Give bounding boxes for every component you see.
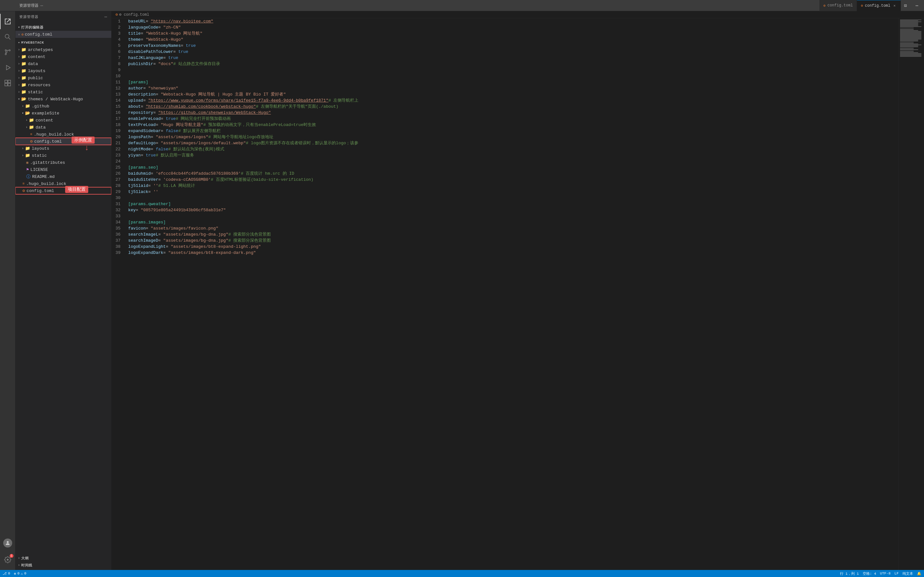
more-actions-icon[interactable]: ⋯ <box>913 1 921 10</box>
tab-icon-active: ⚙ <box>861 3 863 8</box>
activity-debug[interactable] <box>0 60 15 75</box>
tree-label-content2: content <box>36 118 111 123</box>
title-bar: 资源管理器 ⋯ ⚙ config.toml ⚙ config.toml ✕ ⊡ … <box>0 0 924 11</box>
tree-item-resources[interactable]: › 📁 resources <box>15 81 111 89</box>
code-line-26: baiduhmid = 'efccc04cb44fc49faddac587618… <box>128 171 896 177</box>
activity-extensions[interactable] <box>0 75 15 91</box>
root-label: MYWEBSTACK <box>21 41 44 45</box>
warning-icon: ⚠ <box>21 572 23 576</box>
annotation-label-example: 示例配置 <box>71 137 95 143</box>
tree-item-hugo-build-lock[interactable]: ≡ .hugo_build.lock <box>15 131 111 138</box>
tree-item-archetypes[interactable]: › 📁 archetypes <box>15 46 111 53</box>
outline-header[interactable]: › 大纲 <box>15 554 111 562</box>
tree-label-layouts2: layouts <box>32 146 111 151</box>
folder-chevron: › <box>18 55 20 59</box>
tab-config-inactive[interactable]: ⚙ config.toml <box>819 0 857 11</box>
tree-item-content2[interactable]: › 📁 content <box>15 117 111 124</box>
status-spaces[interactable]: 空格: 4 <box>863 571 876 576</box>
tree-item-public[interactable]: › 📁 public <box>15 74 111 81</box>
status-bell[interactable]: 🔔 <box>917 572 921 576</box>
code-line-32: key = "085791e805a24491b43b06cf58ab31e7" <box>128 207 896 213</box>
tree-item-static2[interactable]: › 📁 static <box>15 152 111 159</box>
open-editors-header[interactable]: ▾ 打开的编辑器 <box>15 24 111 31</box>
tree-item-content[interactable]: › 📁 content <box>15 53 111 60</box>
tree-item-gitattributes[interactable]: ⊞ .gitattributes <box>15 159 111 166</box>
tree-item-license[interactable]: ⚑ LICENSE <box>15 166 111 173</box>
code-line-13: description = "Webstack-Hugo 网址导航 | Hugo… <box>128 91 896 97</box>
folder-icon: 📁 <box>25 146 30 151</box>
minimap-line <box>900 52 918 53</box>
config-icon: ⚙ <box>30 139 33 144</box>
activity-settings[interactable]: 1 <box>0 552 15 567</box>
folder-chevron: ▾ <box>22 111 24 115</box>
minimap-line <box>900 32 921 33</box>
folder-chevron: › <box>18 83 20 87</box>
tree-label-static2: static <box>32 153 111 158</box>
folder-chevron: › <box>18 90 20 94</box>
tree-item-data2[interactable]: › 📁 data <box>15 124 111 131</box>
code-line-14: upload = "https://www.yuque.com/forms/sh… <box>128 97 896 103</box>
folder-chevron: › <box>26 119 27 122</box>
code-line-35: favicon = "assets/images/favicon.png" <box>128 226 896 231</box>
timeline-header[interactable]: › 时间线 <box>15 562 111 569</box>
minimap-line <box>900 23 918 24</box>
tree-label-gitattributes: .gitattributes <box>30 160 111 165</box>
new-file-icon[interactable]: ⋯ <box>105 14 107 19</box>
activity-git[interactable] <box>0 45 15 60</box>
tree-item-themes[interactable]: ▾ 📂 themes / WebStack-Hugo <box>15 95 111 103</box>
minimap-line <box>900 42 914 42</box>
svg-rect-8 <box>8 80 11 83</box>
activity-explorer[interactable] <box>0 14 15 29</box>
more-icon[interactable]: ⋯ <box>40 3 43 8</box>
code-line-10 <box>128 73 896 79</box>
status-bar-right: 行 1，列 1 空格: 4 UTF-8 LF 纯文本 🔔 <box>840 571 921 576</box>
file-close-icon[interactable]: ✕ <box>18 32 20 37</box>
tree-label-public: public <box>28 76 111 81</box>
folder-chevron: › <box>22 105 24 108</box>
status-position[interactable]: 行 1，列 1 <box>840 571 859 576</box>
editor-container: ⚙ ⚙ config.toml 12345 678910 1112131415 … <box>111 11 924 570</box>
tree-label-resources: resources <box>28 83 111 87</box>
code-line-36: searchImageL = "assets/images/bg-dna.jpg… <box>128 231 896 237</box>
folder-icon: 📁 <box>21 89 26 95</box>
code-line-22: nightMode = false # 默认站点为深色(夜间)模式 <box>128 146 896 152</box>
open-file-config[interactable]: ✕ ⚙ config.toml <box>15 31 111 38</box>
minimap-line <box>900 24 918 25</box>
folder-icon: 📁 <box>25 103 30 109</box>
activity-account[interactable] <box>0 535 15 551</box>
tree-item-layouts[interactable]: › 📁 layouts <box>15 67 111 74</box>
code-area[interactable]: baseURL = "https://nav.bioitee.com" lang… <box>126 18 898 570</box>
minimap-line <box>900 41 918 41</box>
status-errors[interactable]: ⊗ 0 ⚠ 0 <box>14 572 26 576</box>
code-line-5: preserveTaxonomyNames = true <box>128 43 896 49</box>
tree-item-config-project[interactable]: ⚙ config.toml <box>15 187 111 194</box>
minimap-line <box>900 27 914 28</box>
tree-item-examplesite[interactable]: ▾ 📂 exampleSite <box>15 110 111 117</box>
tree-item-data[interactable]: › 📁 data <box>15 60 111 67</box>
tree-item-readme[interactable]: ⓘ README.md <box>15 173 111 180</box>
tree-item-config-example[interactable]: ⚙ config.toml <box>15 138 111 145</box>
minimap-line <box>900 36 921 37</box>
status-eol[interactable]: LF <box>895 572 899 575</box>
tab-config-active[interactable]: ⚙ config.toml ✕ <box>857 0 901 11</box>
status-filetype[interactable]: 纯文本 <box>903 571 913 576</box>
minimap-line <box>900 21 921 22</box>
sidebar-title: 资源管理器 <box>19 15 39 19</box>
outline-chevron: › <box>18 556 20 560</box>
svg-point-3 <box>9 50 10 51</box>
tree-item-hugo-build-lock2[interactable]: ≡ .hugo_build.lock <box>15 180 111 187</box>
tree-item-layouts2[interactable]: › 📁 layouts <box>15 145 111 152</box>
tree-item-github[interactable]: › 📁 .github <box>15 103 111 110</box>
tree-label-content: content <box>28 55 111 59</box>
tree-label-hugo-build-lock: .hugo_build.lock <box>34 132 111 137</box>
root-header[interactable]: ▾ MYWEBSTACK <box>15 39 111 46</box>
status-branch[interactable]: ⎇ 0 <box>3 572 10 576</box>
tab-close-button[interactable]: ✕ <box>892 3 897 8</box>
status-encoding[interactable]: UTF-8 <box>880 572 891 575</box>
minimap-line <box>900 39 921 39</box>
minimap-content <box>899 18 924 58</box>
annotation-example-config: 示例配置 <box>71 137 95 143</box>
activity-search[interactable] <box>0 29 15 45</box>
split-editor-icon[interactable]: ⊡ <box>901 1 910 10</box>
tree-item-static[interactable]: › 📁 static <box>15 89 111 95</box>
